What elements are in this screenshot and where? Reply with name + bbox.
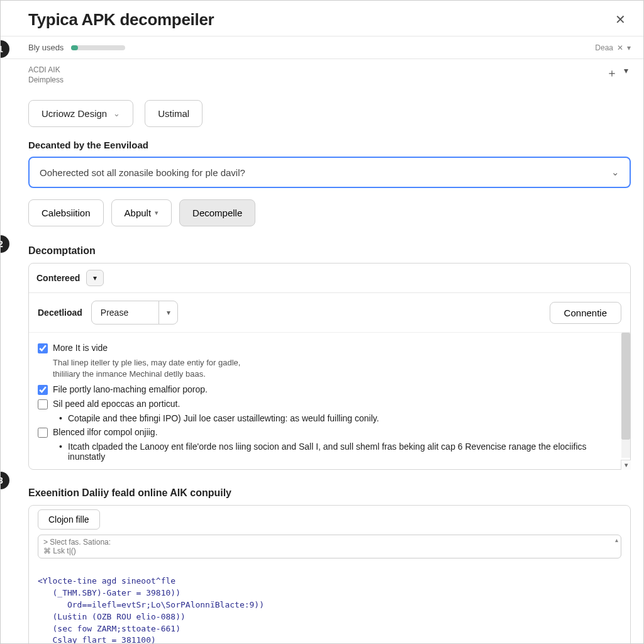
sub-header-row: ACDI AIK Deimpless ＋ ▾	[1, 59, 643, 92]
section-2-heading: Decomptation	[1, 240, 643, 263]
contereed-dropdown[interactable]: ▾	[86, 270, 104, 286]
section-1-body: Ucriowz Design ⌄ Ustimal Decanted by the…	[1, 92, 643, 240]
decomptation-panel: Contereed ▾ Decetlioad Prease ▾ Connenti…	[28, 263, 631, 470]
tab-design-label: Ucriowz Design	[42, 108, 107, 119]
chevron-down-icon: ⌄	[611, 167, 619, 178]
code-line: Ord==ilefl=evtSr;Lo\SorPAlonnïBlacte:9))	[38, 600, 264, 609]
decetload-select[interactable]: Prease ▾	[91, 301, 178, 325]
option-more-desc: Thal linep iteller ty ple lies, may date…	[53, 357, 621, 379]
tabs-row: Ucriowz Design ⌄ Ustimal	[28, 100, 631, 127]
option-file[interactable]: File portly lano-maching emalfior porop.	[38, 384, 621, 395]
code-line: <Ylocte-tine agd sineoot^fle	[38, 576, 175, 586]
search-line1: > Slect fas. Sationa:	[43, 538, 616, 547]
panel-options: More It is vide Thal linep iteller ty pl…	[29, 333, 630, 469]
dialog-root: Typica APK decompeiler ✕ 1 2 3 Bly useds…	[0, 0, 644, 644]
sub-header-text: ACDI AIK Deimpless	[28, 65, 64, 85]
dialog-title: Typica APK decompeiler	[28, 10, 214, 30]
section-3-heading: Exeenition Daliiy feald online AIK conpu…	[1, 482, 643, 505]
sub-header-line1: ACDI AIK	[28, 65, 60, 74]
option-file-label: File portly lano-maching emalfior porop.	[53, 384, 208, 394]
clojon-button[interactable]: Clojon fille	[38, 509, 100, 530]
decanted-select-value: Ooherected sot all zonasile booking for …	[40, 167, 245, 178]
chevron-down-icon: ▾	[93, 274, 97, 282]
tab-design[interactable]: Ucriowz Design ⌄	[28, 100, 133, 127]
option-blenced-checkbox[interactable]	[38, 428, 48, 438]
code-line: (_THM.SBY)-Gater = 39810))	[38, 588, 180, 597]
option-more-checkbox[interactable]	[38, 343, 48, 353]
option-sil-label: Sil peed ald epoccas an porticut.	[53, 399, 180, 409]
scroll-up-icon[interactable]: ▴	[615, 536, 618, 543]
search-line2: ⌘ Lsk t|()	[43, 547, 616, 555]
option-blenced-bullet: Itcath clpaded the Lanooy ent file'orde …	[68, 441, 621, 462]
decompile-button[interactable]: Decompelle	[179, 199, 255, 226]
chevron-down-icon[interactable]: ▾	[621, 65, 631, 75]
action-button-row: Calebsiition Abpult ▾ Decompelle	[28, 199, 631, 226]
code-line: Cslay flart = 381100)	[38, 635, 156, 643]
abpult-label: Abpult	[125, 208, 152, 218]
desc1a: Thal linep iteller ty ple lies, may date…	[53, 358, 240, 367]
status-pill[interactable]: Deaa ✕ ▾	[595, 43, 631, 52]
option-file-checkbox[interactable]	[38, 385, 48, 395]
panel-row-decetload: Decetlioad Prease ▾ Connentie	[29, 293, 630, 333]
chevron-down-icon: ▾	[155, 209, 158, 217]
option-blenced-label: Blenced ilfor compol onjiig.	[53, 427, 158, 437]
chevron-down-icon: ▾	[158, 301, 177, 324]
decanted-select[interactable]: Ooherected sot all zonasile booking for …	[28, 157, 631, 188]
sub-header-line2: Deimpless	[28, 75, 64, 84]
status-text: Deaa	[595, 43, 613, 52]
code-output: <Ylocte-tine agd sineoot^fle (_THM.SBY)-…	[29, 558, 630, 643]
code-line: (Luṡtin (OZB ROU elio-088))	[38, 612, 186, 621]
close-icon[interactable]: ✕	[610, 9, 631, 30]
connect-button[interactable]: Connentie	[550, 302, 621, 324]
plus-icon[interactable]: ＋	[606, 65, 621, 80]
option-more-label: More It is vide	[53, 343, 108, 353]
usage-bar	[71, 45, 125, 50]
code-search-input[interactable]: > Slect fas. Sationa: ⌘ Lsk t|() ▴	[38, 535, 621, 558]
chevron-down-icon[interactable]: ▾	[627, 43, 631, 52]
panel-header-label: Contereed	[36, 273, 80, 283]
chevron-down-icon[interactable]: ▾	[621, 460, 631, 470]
option-more[interactable]: More It is vide	[38, 343, 621, 353]
desc1b: thililiary the inmance Mechinal detlly b…	[53, 369, 206, 379]
calebs-button[interactable]: Calebsiition	[28, 199, 104, 226]
abpult-button[interactable]: Abpult ▾	[111, 199, 172, 226]
close-icon[interactable]: ✕	[617, 43, 623, 52]
option-sil-bullet: Cotapile and thee bfingi IPO) Juil loe c…	[68, 413, 621, 423]
chevron-down-icon: ⌄	[113, 109, 120, 118]
usage-row: Bly useds Deaa ✕ ▾	[1, 36, 643, 59]
option-blenced[interactable]: Blenced ilfor compol onjiig.	[38, 427, 621, 438]
code-panel: Clojon fille > Slect fas. Sationa: ⌘ Lsk…	[28, 505, 631, 643]
option-sil[interactable]: Sil peed ald epoccas an porticut.	[38, 399, 621, 409]
dialog-content: 1 2 3 Bly useds Deaa ✕ ▾ ACDI AIK Deimpl…	[1, 36, 643, 643]
tab-ustimal[interactable]: Ustimal	[145, 100, 203, 127]
usage-label: Bly useds	[28, 43, 64, 52]
decetload-label: Decetlioad	[38, 308, 82, 318]
option-sil-checkbox[interactable]	[38, 399, 48, 409]
field-label-decanted: Decanted by the Eenviload	[28, 140, 631, 150]
title-bar: Typica APK decompeiler ✕	[1, 1, 643, 36]
code-line: (sec fow ZARM;sttoate-661)	[38, 624, 180, 633]
tab-ustimal-label: Ustimal	[158, 108, 189, 119]
panel-header: Contereed ▾	[29, 264, 630, 293]
decetload-value: Prease	[92, 301, 158, 324]
